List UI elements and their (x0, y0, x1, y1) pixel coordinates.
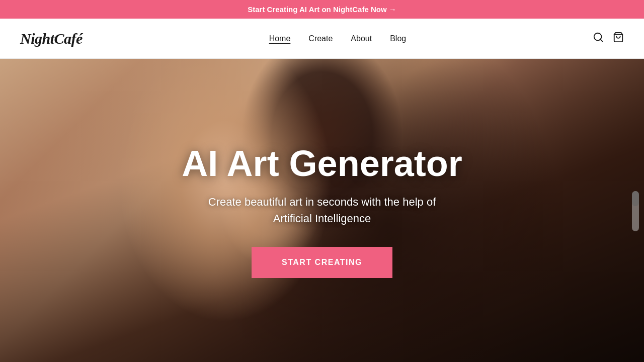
hero-section: AI Art Generator Create beautiful art in… (0, 59, 644, 362)
hero-title: AI Art Generator (182, 144, 462, 184)
header: NightCafé Home Create About Blog (0, 19, 644, 59)
header-icons (593, 32, 624, 45)
start-creating-button[interactable]: START CREATING (252, 247, 392, 278)
svg-line-1 (600, 39, 602, 41)
announcement-link[interactable]: Start Creating AI Art on NightCafe Now → (248, 5, 396, 14)
nav-item-blog[interactable]: Blog (390, 34, 406, 43)
hero-subtitle: Create beautiful art in seconds with the… (182, 194, 462, 227)
main-nav: Home Create About Blog (269, 34, 407, 43)
cart-icon[interactable] (613, 32, 624, 45)
announcement-bar[interactable]: Start Creating AI Art on NightCafe Now → (0, 0, 644, 19)
nav-item-home[interactable]: Home (269, 34, 291, 43)
hero-content: AI Art Generator Create beautiful art in… (182, 144, 462, 278)
scroll-indicator[interactable] (632, 191, 639, 231)
logo[interactable]: NightCafé (20, 30, 83, 47)
nav-item-create[interactable]: Create (308, 34, 333, 43)
scroll-thumb (632, 191, 639, 206)
nav-item-about[interactable]: About (351, 34, 372, 43)
search-icon[interactable] (593, 32, 604, 45)
